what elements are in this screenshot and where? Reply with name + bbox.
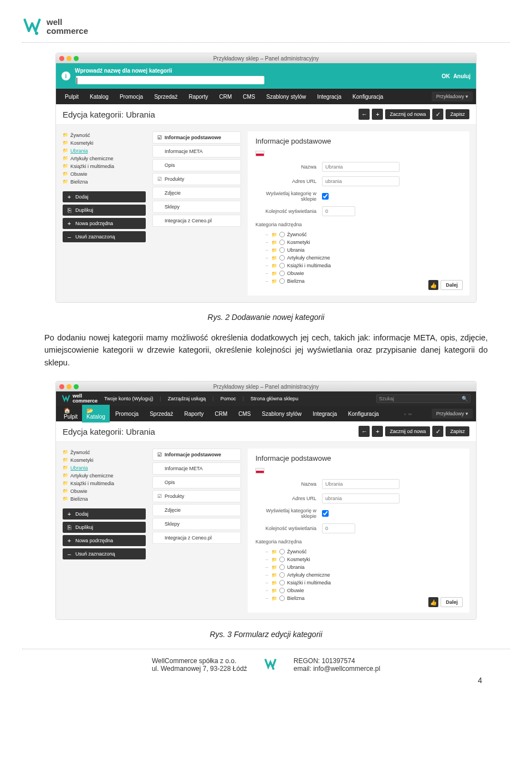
form-tab[interactable]: ☑Zdjęcie (152, 504, 241, 516)
nav-konfiguracja[interactable]: Konfiguracja (347, 90, 389, 104)
shop-selector[interactable]: Przykładowy ▾ (432, 409, 473, 419)
restart-button[interactable]: Zacznij od nowa (385, 426, 430, 436)
check-icon[interactable]: ✓ (432, 426, 443, 437)
tree-item[interactable]: Książki i multimedia (63, 480, 146, 487)
sidebar-action[interactable]: +Nowa podrzędna (63, 535, 146, 546)
form-tab[interactable]: ☑Informacje podstawowe (152, 449, 241, 461)
tree-item[interactable]: Kosmetyki (63, 456, 146, 464)
form-tab[interactable]: ☑Produkty (152, 173, 241, 185)
form-tab[interactable]: ☑Produkty (152, 490, 241, 502)
sidebar-action[interactable]: +Dodaj (63, 191, 146, 202)
cancel-button[interactable]: Anuluj (453, 73, 470, 79)
sidebar-action[interactable]: ⎘Duplikuj (63, 522, 146, 533)
parent-category-option[interactable]: 📁Żywność (265, 231, 462, 238)
nav-crm[interactable]: CRM (209, 407, 233, 421)
nav-sprzedaz[interactable]: Sprzedaż (149, 90, 183, 104)
nav-promocja[interactable]: Promocja (110, 407, 144, 421)
nav-katalog[interactable]: Katalog (84, 90, 114, 104)
form-tab[interactable]: ☑Sklepy (152, 201, 241, 213)
form-tab[interactable]: ☑Integracja z Ceneo.pl (152, 532, 241, 544)
input-url[interactable] (322, 176, 400, 186)
next-button[interactable]: 👍 Dalej (428, 280, 463, 290)
checkbox-show[interactable] (322, 510, 329, 517)
input-nazwa[interactable] (322, 162, 400, 172)
sidebar-action[interactable]: +Nowa podrzędna (63, 218, 146, 229)
tree-item[interactable]: Artykuły chemiczne (63, 472, 146, 480)
nav-integracja[interactable]: Integracja (307, 407, 342, 421)
parent-category-option[interactable]: 📁Żywność (265, 548, 462, 556)
check-icon[interactable]: ✓ (432, 109, 443, 120)
top-link-home[interactable]: Strona główna sklepu (250, 396, 298, 401)
nav-raporty[interactable]: Raporty (183, 90, 213, 104)
save-button[interactable]: Zapisz (446, 426, 469, 436)
parent-category-option[interactable]: 📁Artykuły chemiczne (265, 254, 462, 262)
nav-konfiguracja[interactable]: Konfiguracja (342, 407, 385, 421)
parent-category-option[interactable]: 📁Artykuły chemiczne (265, 571, 462, 579)
parent-category-option[interactable]: 📁Kosmetyki (265, 238, 462, 246)
top-link-manage[interactable]: Zarządzaj usługą (168, 396, 206, 401)
add-button[interactable]: + (372, 109, 383, 120)
sidebar-action[interactable]: ⎘Duplikuj (63, 205, 146, 216)
ok-button[interactable]: OK (442, 73, 450, 79)
tree-item[interactable]: Ubrania (63, 147, 146, 155)
layout-icons[interactable]: ▫▫▫ (401, 411, 415, 417)
tree-item[interactable]: Obuwie (63, 170, 146, 178)
form-tab[interactable]: ☑Informacje META (152, 145, 241, 157)
form-tab[interactable]: ☑Opis (152, 159, 241, 171)
tree-item[interactable]: Żywność (63, 449, 146, 456)
save-button[interactable]: Zapisz (446, 109, 469, 119)
parent-category-option[interactable]: 📁Kosmetyki (265, 556, 462, 563)
shop-selector[interactable]: Przykładowy ▾ (432, 91, 473, 101)
nav-crm[interactable]: CRM (213, 90, 237, 104)
nav-szablony[interactable]: Szablony stylów (260, 90, 311, 104)
nav-promocja[interactable]: Promocja (114, 90, 149, 104)
checkbox-show[interactable] (322, 193, 329, 200)
nav-sprzedaz[interactable]: Sprzedaż (144, 407, 178, 421)
form-tab[interactable]: ☑Informacje podstawowe (152, 131, 241, 144)
parent-category-option[interactable]: 📁Ubrania (265, 563, 462, 571)
parent-category-option[interactable]: 📁Książki i multimedia (265, 579, 462, 587)
nav-pulpit[interactable]: Pulpit (59, 90, 84, 104)
nav-pulpit[interactable]: 🏠Pulpit (59, 405, 82, 422)
restart-button[interactable]: Zacznij od nowa (385, 109, 430, 119)
next-button[interactable]: 👍 Dalej (428, 597, 463, 607)
parent-category-option[interactable]: 📁Obuwie (265, 269, 462, 277)
flag-poland-icon[interactable] (255, 468, 264, 473)
new-category-input[interactable] (76, 76, 264, 84)
tree-item[interactable]: Ubrania (63, 464, 146, 472)
nav-raporty[interactable]: Raporty (178, 407, 209, 421)
nav-cms[interactable]: CMS (233, 407, 256, 421)
nav-integracja[interactable]: Integracja (311, 90, 347, 104)
form-tab[interactable]: ☑Sklepy (152, 518, 241, 530)
sidebar-action[interactable]: –Usuń zaznaczoną (63, 548, 146, 559)
top-link-help[interactable]: Pomoc (221, 396, 236, 401)
search-input[interactable]: Szukaj 🔍 (376, 394, 470, 403)
tree-item[interactable]: Bielizna (63, 495, 146, 503)
parent-category-option[interactable]: 📁Obuwie (265, 587, 462, 594)
tree-item[interactable]: Bielizna (63, 178, 146, 186)
input-nazwa[interactable] (322, 479, 400, 489)
tree-item[interactable]: Kosmetyki (63, 139, 146, 147)
input-order[interactable] (322, 523, 355, 533)
form-tab[interactable]: ☑Integracja z Ceneo.pl (152, 215, 241, 227)
back-button[interactable]: ← (359, 426, 370, 437)
tree-item[interactable]: Książki i multimedia (63, 162, 146, 170)
tree-item[interactable]: Artykuły chemiczne (63, 155, 146, 162)
flag-poland-icon[interactable] (255, 151, 264, 156)
input-url[interactable] (322, 493, 400, 503)
nav-cms[interactable]: CMS (237, 90, 260, 104)
form-tab[interactable]: ☑Zdjęcie (152, 187, 241, 199)
nav-katalog[interactable]: 📂Katalog (82, 405, 110, 422)
parent-category-option[interactable]: 📁Książki i multimedia (265, 262, 462, 269)
nav-szablony[interactable]: Szablony stylów (256, 407, 307, 421)
add-button[interactable]: + (372, 426, 383, 437)
tree-item[interactable]: Żywność (63, 131, 146, 139)
top-link-account[interactable]: Twoje konto (Wyloguj) (104, 396, 153, 401)
tree-item[interactable]: Obuwie (63, 487, 146, 495)
back-button[interactable]: ← (359, 109, 370, 120)
sidebar-action[interactable]: –Usuń zaznaczoną (63, 231, 146, 242)
sidebar-action[interactable]: +Dodaj (63, 508, 146, 520)
parent-category-option[interactable]: 📁Ubrania (265, 246, 462, 254)
form-tab[interactable]: ☑Opis (152, 476, 241, 488)
form-tab[interactable]: ☑Informacje META (152, 462, 241, 475)
